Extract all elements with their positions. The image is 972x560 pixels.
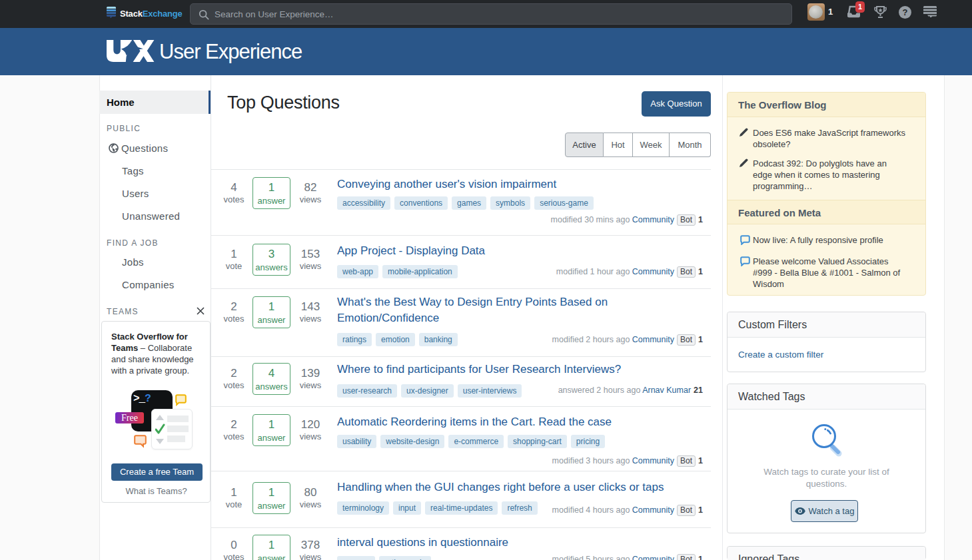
svg-text:?: ? xyxy=(903,7,908,17)
